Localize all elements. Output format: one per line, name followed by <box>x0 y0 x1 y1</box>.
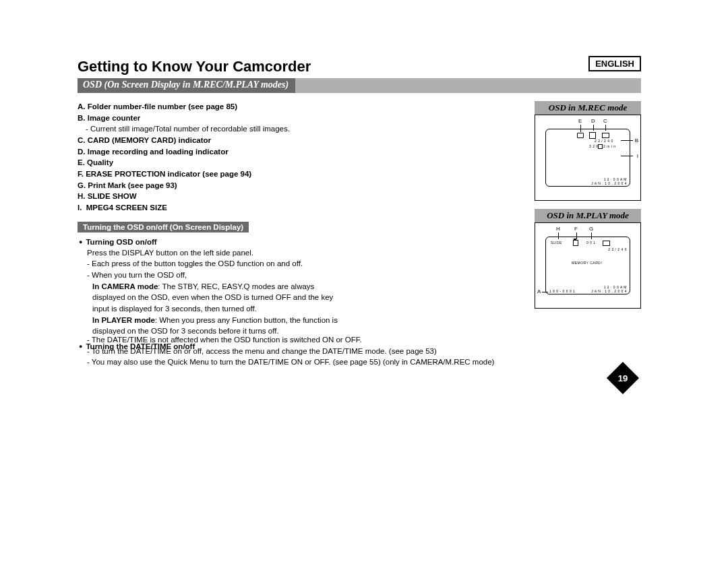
bullet-turning-osd: Turning OSD on/off <box>79 238 347 246</box>
indicator-c: C. CARD (MEMORY CARD) indicator <box>78 135 347 146</box>
bullet1-camera: In CAMERA mode: The STBY, REC, EASY.Q mo… <box>92 281 347 315</box>
diagram1-title: OSD in M.REC mode <box>535 101 641 115</box>
page-number: 19 <box>611 367 634 389</box>
indicator-i: I. MPEG4 SCREEN SIZE <box>78 202 347 214</box>
datetime-notes: The DATE/TIME is not affected when the O… <box>78 334 641 368</box>
indicator-b-sub: - Current still image/Total number of re… <box>86 123 347 135</box>
indicator-b: B. Image counter <box>78 113 347 124</box>
banner-bar: OSD (On Screen Display in M.REC/M.PLAY m… <box>78 78 641 94</box>
indicator-e: E. Quality <box>78 157 347 168</box>
diagram2-title: OSD in M.PLAY mode <box>535 209 641 222</box>
bullet1-body: Press the DISPLAY button on the left sid… <box>87 247 347 259</box>
indicator-f: F. ERASE PROTECTION indicator (see page … <box>78 168 347 180</box>
indicator-h: H. SLIDE SHOW <box>78 191 347 202</box>
diagram1: E D C B I 2 2 / 2 4 0 3 2 0 2 m i n 1 2 … <box>535 115 641 201</box>
language-label: ENGLISH <box>588 56 641 71</box>
indicator-g: G. Print Mark (see page 93) <box>78 180 347 191</box>
right-column: OSD in M.REC mode E D C B I 2 2 / 2 4 0 … <box>535 101 641 309</box>
indicator-d: D. Image recording and loading indicator <box>78 146 347 158</box>
section-bar: Turning the OSD on/off (On Screen Displa… <box>78 222 249 232</box>
bullet1-dashlist: Each press of the button toggles the OSD… <box>87 258 347 280</box>
page-title: Getting to Know Your Camcorder <box>78 58 641 75</box>
left-column: A. Folder number-file number (see page 8… <box>78 101 347 352</box>
indicator-a: A. Folder number-file number (see page 8… <box>78 101 347 113</box>
diagram2: H F G A SLIDE 0 0 1 2 2 / 2 4 0 MEMORY C… <box>535 222 641 309</box>
